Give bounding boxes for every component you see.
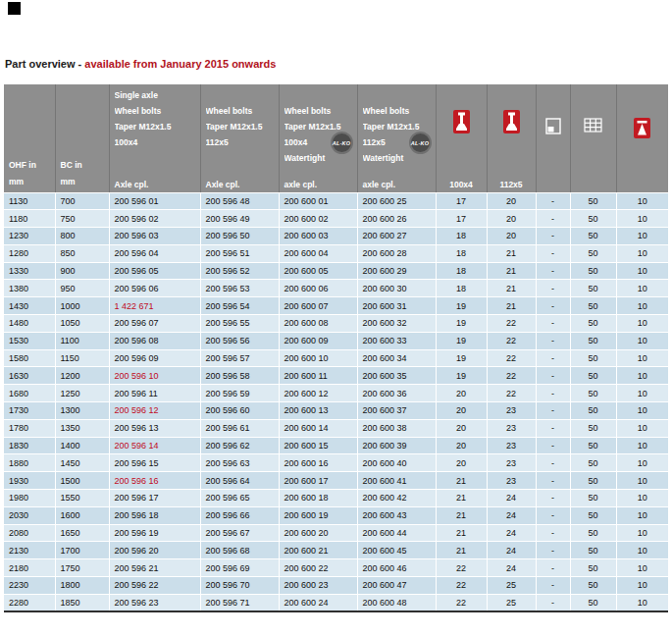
col9-cell: -	[536, 402, 570, 420]
watertight-112x5-cell: 200 600 40	[357, 454, 436, 472]
axle-112x5-cell: 200 596 57	[200, 349, 279, 367]
spanner-100x4-cell: 21	[436, 542, 487, 559]
watertight-100x4-cell: 200 600 06	[279, 280, 357, 297]
spanner-112x5-cell: 23	[487, 402, 536, 420]
bc-cell: 1400	[55, 437, 109, 454]
watertight-100x4-cell: 200 600 04	[279, 244, 357, 262]
table-row: 21801750200 596 21200 596 69200 600 2220…	[4, 559, 668, 577]
pack-qty-cell: 50	[570, 454, 616, 472]
watertight-112x5-cell: 200 600 29	[357, 262, 436, 280]
ohf-cell: 1530	[4, 332, 55, 349]
col9-cell: -	[536, 297, 570, 315]
spanner-112x5-cell: 22	[487, 349, 536, 367]
col9-cell: -	[536, 332, 570, 349]
pallet-qty-cell: 10	[616, 419, 668, 437]
jack-icon	[488, 110, 536, 133]
bc-cell: 1200	[55, 367, 109, 385]
table-row: 15801150200 596 09200 596 57200 600 1020…	[4, 349, 668, 367]
axle-112x5-cell: 200 596 69	[200, 559, 279, 577]
spanner-100x4-cell: 19	[436, 297, 487, 315]
axle-112x5-cell: 200 596 67	[200, 524, 279, 542]
ohf-cell: 1180	[4, 210, 55, 228]
pack-qty-cell: 50	[570, 192, 616, 210]
spanner-112x5-cell: 24	[487, 490, 536, 507]
pallet-qty-cell: 10	[616, 332, 668, 349]
ohf-cell: 1130	[4, 192, 55, 210]
axle-cpl-label: Axle cpl.	[206, 180, 240, 189]
axle-cpl-label: axle cpl.	[363, 180, 396, 189]
pallet-qty-cell: 10	[616, 244, 668, 262]
spanner-112x5-cell: 22	[487, 385, 536, 402]
axle-112x5-cell: 200 596 64	[200, 472, 279, 490]
header-ohf-line1: OHF in	[9, 157, 36, 174]
col9-cell: -	[536, 454, 570, 472]
table-row: 14801050200 596 07200 596 55200 600 0820…	[4, 315, 668, 333]
header-col11	[616, 84, 668, 192]
pallet-qty-cell: 10	[616, 315, 668, 333]
spanner-100x4-cell: 17	[436, 192, 487, 210]
spanner-112x5-cell: 25	[487, 594, 536, 611]
axle-100x4-cell: 200 596 15	[109, 454, 200, 472]
pack-qty-cell: 50	[570, 297, 616, 315]
axle-112x5-cell: 200 596 58	[200, 367, 279, 385]
axle-100x4-cell: 200 596 13	[109, 419, 200, 437]
axle-112x5-cell: 200 596 48	[200, 192, 279, 210]
watertight-100x4-cell: 200 600 15	[279, 437, 357, 454]
header-spanner-112x5: 112x5	[487, 84, 536, 192]
table-row: 22301800200 596 22200 596 70200 600 2320…	[4, 577, 668, 595]
spanner-100x4-cell: 22	[436, 577, 487, 595]
axle-112x5-cell: 200 596 66	[200, 506, 279, 524]
axle-100x4-cell: 200 596 06	[109, 280, 200, 297]
pack-qty-cell: 50	[570, 402, 616, 420]
watertight-100x4-cell: 200 600 12	[279, 385, 357, 402]
table-row: 22801850200 596 23200 596 71200 600 2420…	[4, 594, 668, 611]
pack-qty-cell: 50	[570, 524, 616, 542]
spanner-112x5-cell: 21	[487, 244, 536, 262]
bc-cell: 1350	[55, 419, 109, 437]
table-row: 18801450200 596 15200 596 63200 600 1620…	[4, 454, 668, 472]
spanner-112x5-cell: 25	[487, 577, 536, 595]
bc-cell: 1250	[55, 385, 109, 402]
page-title-highlight: available from January 2015 onwards	[84, 58, 276, 70]
ohf-cell: 1330	[4, 262, 55, 280]
table-row: 20801650200 596 19200 596 67200 600 2020…	[4, 524, 668, 542]
jack-stand-icon	[617, 118, 669, 138]
spanner-100x4-cell: 18	[436, 280, 487, 297]
pack-qty-cell: 50	[570, 367, 616, 385]
spanner-112x5-cell: 24	[487, 559, 536, 577]
watertight-100x4-cell: 200 600 22	[279, 559, 357, 577]
watertight-100x4-cell: 200 600 19	[279, 506, 357, 524]
axle-112x5-cell: 200 596 54	[200, 297, 279, 315]
bc-cell: 1700	[55, 542, 109, 559]
watertight-112x5-cell: 200 600 26	[357, 210, 436, 228]
axle-112x5-cell: 200 596 63	[200, 454, 279, 472]
ohf-cell: 1580	[4, 349, 55, 367]
col9-cell: -	[536, 419, 570, 437]
table-row: 1130700200 596 01200 596 48200 600 01200…	[4, 192, 668, 210]
spanner-100x4-cell: 21	[436, 472, 487, 490]
col9-cell: -	[536, 594, 570, 611]
table-row: 19801550200 596 17200 596 65200 600 1820…	[4, 490, 668, 507]
watertight-112x5-cell: 200 600 35	[357, 367, 436, 385]
spanner-100x4-cell: 19	[436, 367, 487, 385]
bc-cell: 700	[55, 192, 109, 210]
pack-qty-cell: 50	[570, 349, 616, 367]
pallet-qty-cell: 10	[616, 472, 668, 490]
bc-cell: 950	[55, 280, 109, 297]
pallet-qty-cell: 10	[616, 349, 668, 367]
axle-100x4-cell: 200 596 20	[109, 542, 200, 559]
spanner-112x5-cell: 24	[487, 542, 536, 559]
pack-qty-cell: 50	[570, 419, 616, 437]
ohf-cell: 1830	[4, 437, 55, 454]
spanner-100x4-cell: 22	[436, 594, 487, 611]
watertight-100x4-cell: 200 600 05	[279, 262, 357, 280]
bc-cell: 1000	[55, 297, 109, 315]
watertight-112x5-cell: 200 600 36	[357, 385, 436, 402]
axle-112x5-cell: 200 596 71	[200, 594, 279, 611]
axle-112x5-cell: 200 596 65	[200, 490, 279, 507]
spanner-112x5-label: 112x5	[488, 180, 536, 189]
watertight-100x4-cell: 200 600 11	[279, 367, 357, 385]
watertight-100x4-cell: 200 600 09	[279, 332, 357, 349]
col9-cell: -	[536, 228, 570, 245]
pallet-qty-cell: 10	[616, 297, 668, 315]
